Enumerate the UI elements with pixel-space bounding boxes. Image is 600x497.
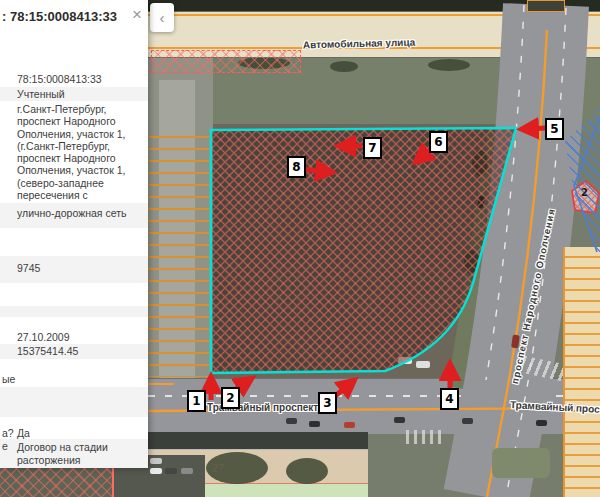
attr-cadastral-number: 78:15:0008413:33 [0, 72, 148, 87]
panel-row-spacer [0, 306, 148, 317]
map-marker-8[interactable]: 8 [287, 156, 306, 178]
panel-title: : 78:15:0008413:33 [2, 9, 117, 24]
attr-value: 27.10.2009 [17, 331, 70, 343]
attr-value: 78:15:0008413:33 [17, 73, 102, 85]
panel-collapse-button[interactable]: ‹ [150, 3, 174, 32]
attr-truncated-label: ые [0, 372, 148, 387]
panel-row-spacer [0, 36, 148, 72]
attr-value: 9745 [17, 262, 40, 274]
attr-status: Учтенный [0, 87, 148, 101]
map-marker-2[interactable]: 2 [221, 387, 240, 409]
attr-value: Да [17, 427, 30, 439]
attr-label-fragment: ые [2, 373, 15, 385]
panel-row-spacer [0, 317, 148, 330]
attr-area: 9745 [0, 256, 148, 283]
attr-label-fragment: е [2, 440, 8, 452]
attr-value: 15375414.45 [17, 345, 78, 357]
parcel-info-panel: : 78:15:0008413:33 × 78:15:0008413:33 Уч… [0, 0, 148, 468]
attr-value: улично-дорожная сеть [17, 207, 126, 219]
attr-land-use: улично-дорожная сеть [0, 203, 148, 228]
cadastral-map-app: Автомобильная улица Трамвайный проспект … [0, 0, 600, 497]
panel-row-spacer [0, 283, 148, 306]
map-marker-4[interactable]: 4 [440, 388, 459, 410]
attr-question-yes: а?Да [0, 426, 148, 439]
panel-row-spacer [0, 417, 148, 426]
close-icon[interactable]: × [132, 6, 142, 23]
red-arrows [211, 128, 546, 400]
attr-date: 27.10.2009 [0, 330, 148, 344]
attr-contract-status: еДоговор на стадии расторжения [0, 439, 148, 468]
panel-row-spacer [0, 359, 148, 372]
map-marker-6[interactable]: 6 [429, 131, 448, 153]
attr-value: Договор на стадии расторжения [17, 441, 144, 467]
map-marker-1[interactable]: 1 [187, 390, 206, 412]
map-marker-7[interactable]: 7 [363, 137, 382, 159]
attribute-rows: 78:15:0008413:33 Учтенный г.Санкт-Петерб… [0, 36, 148, 468]
panel-header: : 78:15:0008413:33 × [0, 0, 148, 36]
attr-label-fragment: а? [2, 427, 14, 439]
attr-address: г.Санкт-Петербург, проспект Народного Оп… [0, 101, 148, 203]
attr-value: Учтенный [17, 88, 65, 100]
panel-row-spacer [0, 228, 148, 256]
panel-row-spacer [0, 387, 148, 417]
map-marker-3[interactable]: 3 [318, 392, 337, 414]
map-marker-5[interactable]: 5 [545, 118, 564, 140]
attr-cadastral-value: 15375414.45 [0, 344, 148, 359]
